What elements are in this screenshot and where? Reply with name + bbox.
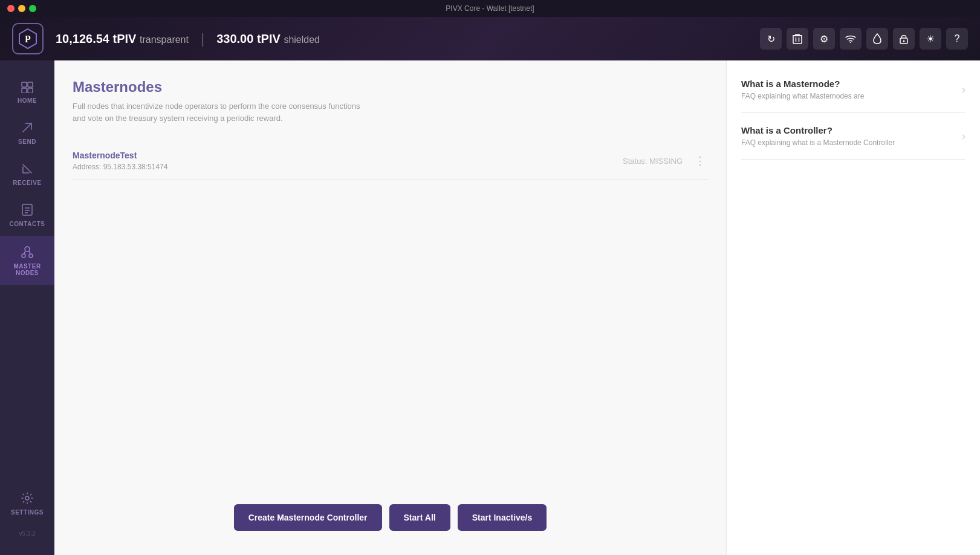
content-area: Masternodes Full nodes that incentivize … (54, 60, 980, 555)
sidebar-item-receive-label: RECEIVE (13, 180, 41, 186)
trash-icon[interactable] (787, 28, 808, 50)
wifi-icon[interactable] (840, 28, 862, 50)
refresh-icon[interactable]: ↻ (760, 28, 782, 50)
svg-rect-8 (22, 82, 27, 87)
svg-rect-10 (22, 88, 27, 93)
right-panel: What is a Masternode? FAQ explaining wha… (726, 60, 980, 555)
faq-content-controller: What is a Controller? FAQ explaining wha… (741, 125, 895, 147)
svg-line-12 (23, 123, 31, 132)
faq-sub-masternode: FAQ explaining what Masternodes are (741, 92, 864, 100)
main-panel: Masternodes Full nodes that incentivize … (54, 60, 726, 555)
masternode-menu-icon[interactable]: ⋮ (692, 152, 708, 170)
lock-icon[interactable] (893, 28, 915, 50)
svg-rect-11 (28, 88, 33, 93)
app-logo: P (12, 23, 44, 54)
version-label: v5.3.2 (19, 524, 35, 543)
sidebar-item-settings-label: SETTINGS (11, 509, 44, 516)
sidebar-item-contacts-label: CONTACTS (10, 221, 45, 227)
header: P 10,126.54 tPIV transparent | 330.00 tP… (0, 17, 980, 60)
svg-point-18 (25, 247, 30, 252)
svg-point-19 (22, 254, 25, 258)
svg-rect-1 (793, 36, 802, 44)
masternodes-icon (20, 244, 34, 261)
faq-arrow-controller: › (962, 130, 965, 143)
svg-rect-14 (22, 204, 32, 215)
svg-point-23 (25, 496, 29, 500)
send-icon (21, 121, 34, 136)
faq-arrow-masternode: › (962, 83, 965, 96)
sidebar-item-masternodes-label: MASTERNODES (13, 263, 41, 276)
svg-line-13 (23, 164, 31, 173)
transparent-balance: 10,126.54 tPIV transparent (56, 32, 189, 46)
svg-point-5 (850, 42, 851, 44)
svg-point-7 (903, 41, 905, 42)
drop-icon[interactable] (866, 28, 888, 50)
shielded-balance: 330.00 tPIV shielded (216, 32, 320, 46)
page-title: Masternodes (73, 79, 708, 96)
home-icon (21, 81, 34, 95)
masternode-row: MasternodeTest Address: 95.183.53.38:514… (73, 142, 708, 180)
svg-rect-9 (28, 82, 33, 87)
svg-line-22 (29, 251, 30, 254)
sidebar-item-home-label: HOME (18, 97, 37, 104)
titlebar: PIVX Core - Wallet [testnet] (0, 0, 980, 17)
window-title: PIVX Core - Wallet [testnet] (446, 4, 534, 13)
faq-content-masternode: What is a Masternode? FAQ explaining wha… (741, 79, 864, 100)
svg-text:P: P (25, 34, 31, 44)
masternode-name: MasternodeTest (73, 151, 167, 160)
sidebar-item-home[interactable]: HOME (0, 73, 54, 112)
balance-divider: | (201, 30, 204, 47)
theme-icon[interactable]: ☀ (920, 28, 941, 50)
sidebar: HOME SEND RECEIVE (0, 60, 54, 555)
sidebar-item-send[interactable]: SEND (0, 112, 54, 154)
help-icon[interactable]: ? (946, 28, 968, 50)
faq-item-masternode[interactable]: What is a Masternode? FAQ explaining wha… (741, 73, 965, 113)
masternode-right: Status: MISSING ⋮ (623, 152, 708, 170)
faq-item-controller[interactable]: What is a Controller? FAQ explaining wha… (741, 113, 965, 160)
balance-section: 10,126.54 tPIV transparent | 330.00 tPIV… (56, 30, 748, 47)
faq-title-masternode: What is a Masternode? (741, 79, 864, 89)
titlebar-buttons (7, 5, 36, 12)
sidebar-item-contacts[interactable]: CONTACTS (0, 195, 54, 236)
sidebar-item-settings[interactable]: SETTINGS (0, 483, 54, 524)
bottom-buttons: Create Masternode Controller Start All S… (73, 492, 708, 543)
svg-point-20 (29, 254, 33, 258)
start-all-button[interactable]: Start All (389, 504, 450, 531)
masternode-info: MasternodeTest Address: 95.183.53.38:514… (73, 151, 167, 171)
svg-line-21 (24, 251, 25, 254)
sidebar-item-masternodes[interactable]: MASTERNODES (0, 236, 54, 285)
masternode-address: Address: 95.183.53.38:51474 (73, 163, 167, 171)
settings-icon (21, 492, 34, 507)
minimize-button[interactable] (18, 5, 25, 12)
main-layout: HOME SEND RECEIVE (0, 60, 980, 555)
faq-title-controller: What is a Controller? (741, 125, 895, 135)
close-button[interactable] (7, 5, 15, 12)
maximize-button[interactable] (29, 5, 36, 12)
faq-sub-controller: FAQ explaining what is a Masternode Cont… (741, 138, 895, 147)
page-description: Full nodes that incentivize node operato… (73, 100, 375, 124)
create-controller-button[interactable]: Create Masternode Controller (234, 504, 382, 531)
sidebar-item-receive[interactable]: RECEIVE (0, 154, 54, 195)
masternode-status: Status: MISSING (623, 157, 683, 166)
header-icons: ↻ ⚙ (760, 28, 968, 50)
sidebar-item-send-label: SEND (18, 138, 36, 145)
masternode-list: MasternodeTest Address: 95.183.53.38:514… (73, 142, 708, 492)
receive-icon (21, 162, 34, 177)
start-inactive-button[interactable]: Start Inactive/s (458, 504, 547, 531)
network-gear-icon[interactable]: ⚙ (813, 28, 835, 50)
contacts-icon (21, 203, 33, 218)
